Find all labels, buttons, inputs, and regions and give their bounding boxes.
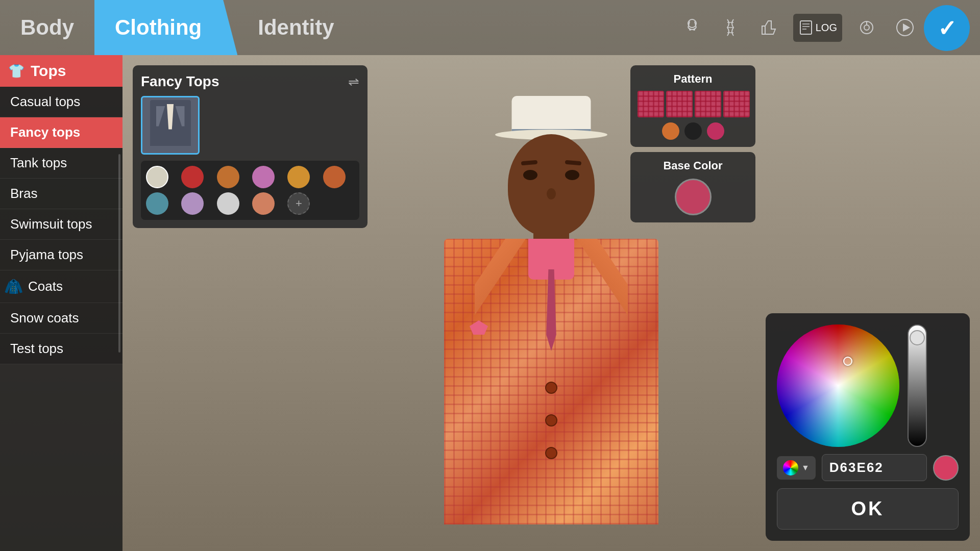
base-color-title: Base Color [663,159,722,172]
thumbs-up-icon[interactable] [755,14,783,42]
suit-body [444,239,658,524]
pattern-color-black[interactable] [684,122,702,140]
hex-value-display[interactable]: D63E62 [822,454,927,481]
nav-tab-body[interactable]: Body [0,0,94,55]
color-swatch-add[interactable]: + [287,192,310,215]
sidebar-item-coats[interactable]: 🧥 Coats [0,270,122,303]
right-eyebrow [565,160,582,166]
right-top-panel: Pattern Base Color [630,65,755,222]
body-label: Body [20,15,74,40]
tops-icon: 👕 [8,63,24,79]
shuffle-button[interactable]: ⇌ [348,74,359,90]
blazer-lapel-right [176,106,185,127]
confirm-button[interactable]: ✓ [924,5,970,51]
hue-ring [777,324,899,447]
brightness-handle[interactable] [910,330,925,345]
right-eye [565,170,579,180]
color-swatch-red[interactable] [181,166,204,188]
dna-icon[interactable] [717,14,745,42]
pattern-color-pink[interactable] [707,122,724,140]
color-mode-chevron: ▼ [801,463,810,472]
sidebar-item-snow-coats[interactable]: Snow coats [0,303,122,334]
pattern-cell-3[interactable] [695,91,721,117]
clothing-items-row [141,96,359,155]
pattern-cell-2[interactable] [666,91,693,117]
color-swatch-teal[interactable] [146,192,168,215]
svg-rect-8 [762,26,765,34]
test-tops-label: Test tops [10,341,63,357]
color-picker-panel: ▼ D63E62 OK [766,313,970,541]
color-mode-button[interactable]: ▼ [777,456,816,480]
top-nav: Body Clothing Identity [0,0,980,55]
sidebar-item-pyjama-tops[interactable]: Pyjama tops [0,240,122,270]
pyjama-tops-label: Pyjama tops [10,247,83,263]
color-swatch-gold[interactable] [287,166,310,188]
color-swatch-rust[interactable] [323,166,346,188]
blazer-lapel-left [156,106,165,127]
sidebar-item-fancy-tops[interactable]: Fancy tops [0,117,122,148]
hat-crown [512,96,591,133]
sidebar: 👕 Tops Casual tops Fancy tops Tank tops … [0,55,122,551]
body-icon[interactable] [678,14,706,42]
pattern-cell-4[interactable] [723,91,750,117]
button-2 [545,414,557,427]
panel-header: Fancy Tops ⇌ [141,73,359,90]
confirm-check-icon: ✓ [938,15,957,41]
color-swatches-grid: + [146,166,354,215]
brightness-slider[interactable] [908,324,927,447]
base-color-preview[interactable] [675,179,712,215]
sidebar-item-swimsuit-tops[interactable]: Swimsuit tops [0,209,122,240]
color-swatch-pink[interactable] [252,166,275,188]
current-color-dot[interactable] [933,455,959,481]
color-wheel[interactable] [777,324,899,447]
color-mode-circle [783,460,798,475]
color-picker-bottom: ▼ D63E62 [777,454,959,481]
music-icon[interactable] [852,14,880,42]
svg-marker-17 [903,23,910,32]
dark-overlay [777,324,899,447]
base-color-section: Base Color [630,152,755,222]
pattern-cell-1[interactable] [638,91,664,117]
color-swatch-beige[interactable] [146,166,168,188]
pattern-color-row [638,122,748,140]
nav-tab-identity[interactable]: Identity [237,0,354,55]
color-swatch-lavender[interactable] [181,192,204,215]
sidebar-item-bras[interactable]: Bras [0,179,122,209]
ok-button[interactable]: OK [777,488,959,530]
main-content: Fancy Tops ⇌ [122,55,980,551]
pattern-cell-inner-3 [695,91,721,117]
pattern-cell-inner-2 [666,91,693,117]
coats-icon: 🧥 [4,278,23,295]
blazer-collar-preview [165,104,176,130]
color-swatch-salmon[interactable] [252,192,275,215]
svg-point-14 [864,25,869,30]
color-swatch-silver[interactable] [217,192,239,215]
head [508,134,595,236]
play-icon[interactable] [891,14,919,42]
sidebar-item-casual-tops[interactable]: Casual tops [0,87,122,117]
color-swatch-orange[interactable] [217,166,239,188]
blazer-body-preview [150,100,191,146]
log-icon[interactable]: LOG [793,14,842,42]
casual-tops-label: Casual tops [10,94,80,110]
identity-label: Identity [258,15,334,40]
button-3 [545,447,557,459]
svg-point-4 [693,29,695,31]
button-1 [545,382,557,394]
pattern-grid [638,91,748,117]
pattern-section: Pattern [630,65,755,147]
fancy-tops-label: Fancy tops [10,124,80,140]
pattern-color-orange[interactable] [662,122,679,140]
clothing-item-selected[interactable] [141,96,200,155]
sidebar-item-tank-tops[interactable]: Tank tops [0,148,122,179]
pattern-title: Pattern [638,72,748,86]
hat-container [495,96,607,134]
color-wheel-area [777,324,959,447]
sidebar-header: 👕 Tops [0,55,122,87]
left-eye [523,170,537,180]
tank-tops-label: Tank tops [10,155,67,171]
sidebar-item-test-tops[interactable]: Test tops [0,334,122,364]
hat [495,96,607,134]
nav-tab-clothing[interactable]: Clothing [94,0,237,55]
svg-rect-9 [800,21,812,34]
